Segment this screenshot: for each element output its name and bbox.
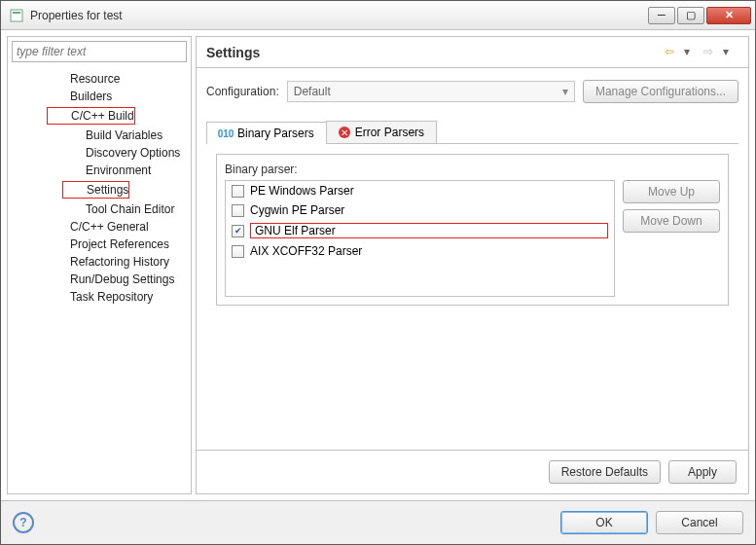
tree-environment[interactable]: Environment	[62, 162, 151, 179]
parser-side-buttons: Move Up Move Down	[623, 180, 720, 297]
restore-defaults-button[interactable]: Restore Defaults	[549, 460, 661, 484]
dialog-window: Properties for test ─ ▢ ✕ Resource Build…	[0, 0, 756, 545]
tabs-area: 010 Binary Parsers ✕ Error Parsers Binar…	[206, 121, 738, 315]
back-menu-icon[interactable]: ▾	[684, 45, 700, 60]
config-label: Configuration:	[206, 85, 279, 98]
tree-discovery[interactable]: Discovery Options	[62, 144, 180, 162]
move-up-button[interactable]: Move Up	[623, 180, 720, 203]
parser-item-label: PE Windows Parser	[250, 184, 608, 198]
nav-tree: Resource Builders C/C++ Build Build Vari…	[8, 66, 191, 309]
left-pane: Resource Builders C/C++ Build Build Vari…	[7, 36, 192, 494]
parser-item-label: AIX XCOFF32 Parser	[250, 244, 608, 258]
manage-config-button[interactable]: Manage Configurations...	[583, 80, 738, 103]
tree-projectrefs[interactable]: Project References	[47, 236, 169, 253]
close-button[interactable]: ✕	[706, 7, 751, 24]
parser-checkbox[interactable]	[232, 245, 244, 258]
parser-item[interactable]: Cygwin PE Parser	[226, 200, 614, 220]
cancel-button[interactable]: Cancel	[656, 511, 743, 534]
tree-settings[interactable]: Settings	[62, 181, 129, 199]
right-pane: Settings ⇦ ▾ ⇨ ▾ Configuration: Default …	[196, 36, 749, 494]
tree-buildvars[interactable]: Build Variables	[62, 127, 162, 144]
back-arrow-icon[interactable]: ⇦	[665, 45, 680, 60]
tree-refactoring[interactable]: Refactoring History	[47, 253, 169, 271]
dialog-footer: ? OK Cancel	[1, 500, 755, 544]
config-select[interactable]: Default	[287, 81, 575, 102]
parser-checkbox[interactable]	[232, 204, 244, 217]
parser-item-label: Cygwin PE Parser	[250, 203, 608, 217]
tree-ccbuild[interactable]: C/C++ Build	[47, 107, 135, 125]
tree-toolchain[interactable]: Tool Chain Editor	[62, 200, 174, 218]
tree-resource[interactable]: Resource	[47, 70, 120, 88]
error-icon: ✕	[339, 127, 350, 138]
app-icon	[9, 8, 24, 23]
tree-ccgeneral[interactable]: C/C++ General	[47, 218, 149, 236]
svg-rect-1	[13, 12, 20, 14]
tab-error-label: Error Parsers	[355, 126, 424, 139]
tab-error-parsers[interactable]: ✕ Error Parsers	[326, 121, 437, 143]
tab-bar: 010 Binary Parsers ✕ Error Parsers	[206, 121, 738, 144]
ok-button[interactable]: OK	[560, 511, 648, 534]
svg-rect-0	[11, 10, 22, 21]
parser-checkbox[interactable]: ✔	[232, 225, 244, 237]
forward-arrow-icon[interactable]: ⇨	[703, 45, 719, 60]
config-row: Configuration: Default Manage Configurat…	[197, 68, 748, 115]
parser-item[interactable]: ✔GNU Elf Parser	[226, 220, 614, 241]
window-buttons: ─ ▢ ✕	[648, 7, 751, 24]
parser-group-label: Binary parser:	[225, 163, 720, 176]
tab-binary-label: Binary Parsers	[237, 127, 314, 140]
parser-checkbox[interactable]	[232, 185, 244, 198]
titlebar[interactable]: Properties for test ─ ▢ ✕	[1, 1, 755, 30]
filter-input[interactable]	[12, 41, 187, 62]
binary-icon: 010	[219, 127, 233, 140]
parser-item[interactable]: PE Windows Parser	[226, 181, 614, 200]
maximize-button[interactable]: ▢	[677, 7, 704, 24]
dialog-body: Resource Builders C/C++ Build Build Vari…	[1, 30, 755, 500]
tree-taskrepo[interactable]: Task Repository	[47, 288, 153, 306]
tab-binary-parsers[interactable]: 010 Binary Parsers	[206, 122, 327, 144]
window-title: Properties for test	[30, 9, 648, 22]
forward-menu-icon[interactable]: ▾	[723, 45, 738, 60]
filter-container	[12, 41, 187, 62]
parser-list[interactable]: PE Windows ParserCygwin PE Parser✔GNU El…	[225, 180, 615, 297]
apply-button[interactable]: Apply	[668, 460, 737, 484]
tree-builders[interactable]: Builders	[47, 88, 112, 105]
parser-row: PE Windows ParserCygwin PE Parser✔GNU El…	[225, 180, 720, 297]
page-header: Settings ⇦ ▾ ⇨ ▾	[197, 37, 748, 68]
tree-rundebug[interactable]: Run/Debug Settings	[47, 271, 174, 288]
parser-group: Binary parser: PE Windows ParserCygwin P…	[216, 154, 729, 306]
parser-item-label: GNU Elf Parser	[250, 223, 608, 238]
move-down-button[interactable]: Move Down	[623, 209, 720, 233]
parser-item[interactable]: AIX XCOFF32 Parser	[226, 241, 614, 261]
minimize-button[interactable]: ─	[648, 7, 675, 24]
dialog-buttons: OK Cancel	[560, 511, 743, 534]
page-title: Settings	[206, 45, 661, 60]
help-icon[interactable]: ?	[13, 512, 34, 533]
page-footer: Restore Defaults Apply	[197, 450, 748, 493]
